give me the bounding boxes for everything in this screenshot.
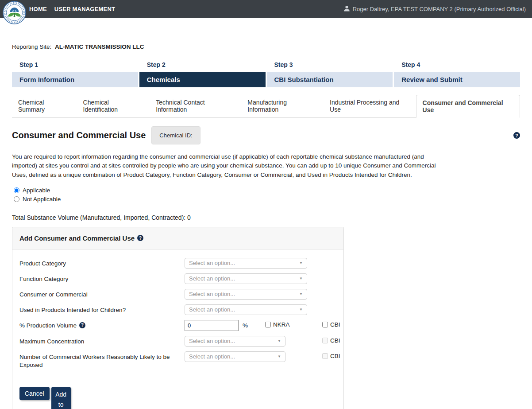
add-use-panel-header: Add Consumer and Commercial Use ?	[12, 227, 343, 249]
children-products-select[interactable]: Select an option... ▼	[185, 304, 307, 315]
workers-exposed-placeholder: Select an option...	[189, 353, 235, 360]
max-concentration-select[interactable]: Select an option... ▼	[185, 336, 285, 347]
epa-logo	[3, 1, 26, 24]
add-use-panel: Add Consumer and Commercial Use ? Produc…	[12, 227, 344, 409]
nkra-checkbox-input[interactable]	[265, 322, 271, 327]
production-volume-cbi-checkbox[interactable]: CBI	[322, 321, 340, 328]
product-category-label: Product Category	[19, 258, 185, 269]
radio-applicable-input[interactable]	[14, 187, 19, 193]
page-title: Consumer and Commercial Use	[12, 130, 146, 140]
add-use-panel-title: Add Consumer and Commercial Use	[19, 234, 135, 242]
step-1: Step 1 Form Information	[12, 61, 138, 87]
nav-links: HOME USER MANAGEMENT	[29, 6, 115, 12]
step-2-number: Step 2	[139, 61, 266, 72]
chevron-down-icon: ▼	[278, 339, 281, 343]
chevron-down-icon: ▼	[278, 354, 281, 358]
max-concentration-cbi-input	[322, 338, 328, 343]
workers-exposed-cbi-checkbox: CBI	[322, 353, 340, 359]
production-volume-help-icon[interactable]: ?	[79, 322, 85, 328]
function-category-select[interactable]: Select an option... ▼	[185, 273, 307, 284]
max-concentration-cbi-checkbox: CBI	[322, 337, 340, 344]
children-products-label: Used in Products Intended for Children?	[19, 304, 185, 315]
function-category-label: Function Category	[19, 273, 185, 284]
row-product-category: Product Category Select an option... ▼	[19, 258, 336, 269]
chevron-down-icon: ▼	[299, 308, 303, 312]
tab-technical-contact-information[interactable]: Technical Contact Information	[150, 95, 241, 118]
tab-industrial-processing-and-use[interactable]: Industrial Processing and Use	[324, 95, 416, 118]
tab-chemical-summary[interactable]: Chemical Summary	[12, 95, 77, 118]
workers-exposed-select[interactable]: Select an option... ▼	[185, 351, 285, 362]
radio-not-applicable[interactable]: Not Applicable	[14, 195, 520, 204]
children-products-placeholder: Select an option...	[189, 306, 235, 313]
consumer-or-commercial-placeholder: Select an option...	[189, 291, 235, 297]
nav-link-user-management[interactable]: USER MANAGEMENT	[54, 6, 115, 12]
chevron-down-icon: ▼	[299, 261, 303, 265]
total-substance-volume: Total Substance Volume (Manufactured, Im…	[12, 214, 520, 221]
max-concentration-placeholder: Select an option...	[189, 338, 235, 344]
production-volume-input[interactable]	[185, 320, 239, 331]
production-volume-unit: %	[243, 322, 248, 329]
row-children-products: Used in Products Intended for Children? …	[19, 304, 336, 315]
top-navbar: HOME USER MANAGEMENT Roger Daltrey, EPA …	[0, 0, 532, 18]
row-consumer-or-commercial: Consumer or Commercial Select an option.…	[19, 289, 336, 300]
step-4-number: Step 4	[394, 61, 520, 72]
radio-not-applicable-input[interactable]	[14, 196, 19, 202]
chemical-id-button[interactable]: Chemical ID:	[151, 126, 200, 144]
step-3-cbi-substantiation[interactable]: CBI Substantiation	[267, 72, 393, 87]
consumer-or-commercial-label: Consumer or Commercial	[19, 289, 185, 300]
add-to-list-button[interactable]: Add to list	[51, 387, 71, 409]
add-use-panel-body: Product Category Select an option... ▼ F…	[12, 249, 343, 409]
radio-not-applicable-label: Not Applicable	[23, 196, 61, 203]
page-help-icon[interactable]: ?	[513, 132, 520, 139]
user-menu[interactable]: Roger Daltrey, EPA TEST COMPANY 2 (Prima…	[343, 5, 526, 13]
workers-exposed-label: Number of Commercial Workers Reasonably …	[19, 351, 185, 369]
step-1-form-information[interactable]: Form Information	[12, 72, 138, 87]
step-wizard: Step 1 Form Information Step 2 Chemicals…	[12, 61, 520, 87]
step-3: Step 3 CBI Substantiation	[267, 61, 393, 87]
max-concentration-label: Maximum Concentration	[19, 336, 185, 347]
function-category-placeholder: Select an option...	[189, 275, 235, 282]
applicability-radio-group: Applicable Not Applicable	[14, 186, 520, 204]
intro-paragraph: You are required to report information r…	[12, 152, 439, 179]
reporting-site: Reporting Site: AL-MATIC TRANSMISSION LL…	[12, 43, 520, 50]
radio-applicable[interactable]: Applicable	[14, 186, 520, 195]
radio-applicable-label: Applicable	[23, 187, 50, 194]
reporting-site-label: Reporting Site:	[12, 43, 51, 50]
production-volume-label: % Production Volume ?	[19, 320, 185, 331]
nkra-checkbox[interactable]: NKRA	[265, 321, 290, 328]
workers-exposed-cbi-input	[322, 353, 328, 359]
user-icon	[343, 5, 350, 13]
cancel-button[interactable]: Cancel	[19, 387, 50, 400]
step-1-number: Step 1	[12, 61, 138, 72]
user-name-text: Roger Daltrey, EPA TEST COMPANY 2 (Prima…	[353, 6, 526, 12]
row-workers-exposed: Number of Commercial Workers Reasonably …	[19, 351, 336, 369]
product-category-select[interactable]: Select an option... ▼	[185, 258, 307, 269]
nav-link-home[interactable]: HOME	[29, 6, 47, 12]
chevron-down-icon: ▼	[299, 277, 303, 280]
product-category-placeholder: Select an option...	[189, 260, 235, 266]
panel-buttons: Cancel Add to list	[19, 387, 336, 409]
step-2-chemicals[interactable]: Chemicals	[139, 72, 266, 87]
tab-manufacturing-information[interactable]: Manufacturing Information	[241, 95, 324, 118]
step-4-review-and-submit[interactable]: Review and Submit	[394, 72, 520, 87]
production-volume-cbi-input[interactable]	[322, 322, 328, 327]
tab-chemical-identification[interactable]: Chemical Identification	[77, 95, 150, 118]
chemical-tabs: Chemical Summary Chemical Identification…	[12, 95, 520, 118]
tab-consumer-and-commercial-use[interactable]: Consumer and Commercial Use	[416, 95, 520, 118]
row-function-category: Function Category Select an option... ▼	[19, 273, 336, 284]
reporting-site-value: AL-MATIC TRANSMISSION LLC	[55, 43, 144, 50]
page-heading-row: Consumer and Commercial Use Chemical ID:…	[12, 126, 520, 144]
row-production-volume: % Production Volume ? % NKRA CBI	[19, 320, 336, 331]
step-3-number: Step 3	[267, 61, 393, 72]
chevron-down-icon: ▼	[299, 292, 303, 296]
add-use-help-icon[interactable]: ?	[137, 235, 143, 241]
step-4: Step 4 Review and Submit	[394, 61, 520, 87]
step-2: Step 2 Chemicals	[139, 61, 266, 87]
row-max-concentration: Maximum Concentration Select an option..…	[19, 336, 336, 347]
consumer-or-commercial-select[interactable]: Select an option... ▼	[185, 289, 307, 300]
